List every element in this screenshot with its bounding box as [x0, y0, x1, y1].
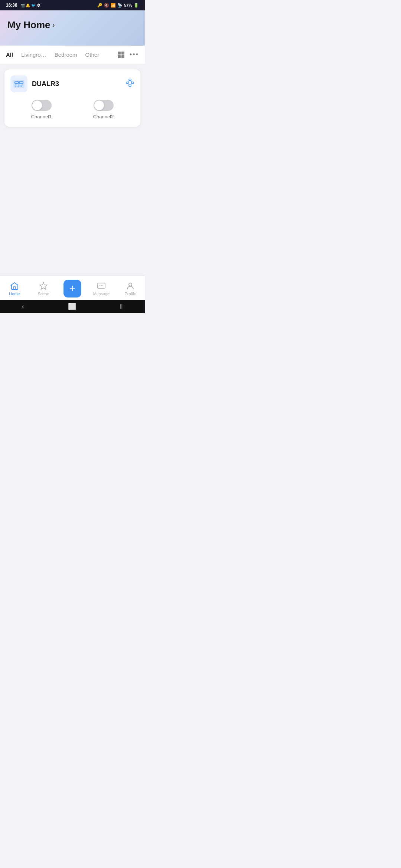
svg-point-22: [102, 285, 103, 286]
svg-line-16: [130, 83, 133, 85]
wifi-icon: 📶: [111, 3, 116, 8]
notification-icons: 📷 🔔 🐦 ⏱: [20, 3, 40, 7]
key-icon: 🔑: [97, 3, 102, 8]
device-icon-box: [10, 75, 27, 92]
svg-rect-17: [13, 287, 16, 289]
svg-marker-18: [40, 282, 47, 289]
nav-message[interactable]: Message: [90, 282, 113, 296]
nav-add[interactable]: +: [61, 280, 84, 297]
device-header: DUALR3: [10, 75, 134, 92]
channel2-toggle[interactable]: [94, 100, 114, 111]
time-display: 16:38: [6, 3, 17, 8]
nav-home-label: Home: [9, 292, 20, 296]
home-title-row[interactable]: My Home ›: [7, 19, 137, 31]
tab-bar: All Livingro… Bedroom Other •••: [0, 46, 145, 64]
svg-point-8: [21, 86, 22, 86]
channel1-toggle[interactable]: [32, 100, 52, 111]
bottom-nav: Home Scene + Message Profile: [0, 276, 145, 300]
main-content: All Livingro… Bedroom Other •••: [0, 46, 145, 276]
channel1-label: Channel1: [31, 114, 52, 119]
device-info: DUALR3: [10, 75, 59, 92]
channel1-item: Channel1: [31, 100, 52, 119]
svg-rect-11: [131, 82, 134, 83]
nav-scene[interactable]: Scene: [32, 282, 55, 296]
device-network-icon[interactable]: [125, 78, 134, 89]
svg-line-15: [127, 83, 130, 85]
svg-point-21: [101, 285, 102, 286]
svg-point-4: [15, 86, 16, 86]
channel2-label: Channel2: [93, 114, 114, 119]
channels-row: Channel1 Channel2: [10, 98, 134, 121]
svg-point-5: [17, 86, 17, 86]
status-right: 🔑 🔇 📶 📡 57% 🔋: [97, 3, 139, 8]
scene-icon: [39, 282, 48, 290]
nav-profile[interactable]: Profile: [119, 282, 141, 296]
battery-icon: 🔋: [134, 3, 139, 8]
svg-rect-9: [129, 79, 131, 80]
tab-all[interactable]: All: [6, 52, 13, 58]
svg-point-7: [20, 86, 20, 86]
channel2-item: Channel2: [93, 100, 114, 119]
header-area: My Home ›: [0, 10, 145, 46]
tab-other[interactable]: Other: [85, 52, 100, 58]
grid-view-icon[interactable]: [118, 52, 124, 58]
battery-display: 57%: [124, 3, 132, 7]
profile-icon: [126, 282, 135, 290]
mute-icon: 🔇: [104, 3, 109, 8]
home-title-chevron: ›: [53, 21, 55, 29]
tab-actions: •••: [118, 51, 139, 59]
svg-point-20: [100, 285, 100, 286]
nav-profile-label: Profile: [124, 292, 136, 296]
system-nav: ‹ ⬜ ⦀: [0, 300, 145, 313]
status-left: 16:38 📷 🔔 🐦 ⏱: [6, 3, 40, 8]
nav-scene-label: Scene: [38, 292, 49, 296]
svg-line-13: [127, 80, 130, 82]
signal-icon: 📡: [117, 3, 123, 8]
status-bar: 16:38 📷 🔔 🐦 ⏱ 🔑 🔇 📶 📡 57% 🔋: [0, 0, 145, 10]
svg-rect-0: [14, 80, 24, 88]
message-icon: [97, 282, 106, 290]
back-button[interactable]: ‹: [22, 303, 24, 310]
nav-home[interactable]: Home: [3, 282, 26, 296]
home-button[interactable]: ⬜: [68, 302, 76, 310]
svg-point-23: [129, 283, 132, 286]
tab-livingroom[interactable]: Livingro…: [21, 52, 46, 58]
nav-message-label: Message: [93, 292, 110, 296]
more-options-icon[interactable]: •••: [130, 51, 139, 59]
add-button[interactable]: +: [63, 280, 81, 297]
tab-bedroom[interactable]: Bedroom: [55, 52, 77, 58]
svg-rect-10: [126, 82, 128, 83]
add-icon: +: [69, 283, 75, 293]
svg-line-14: [130, 80, 133, 82]
home-icon: [10, 282, 19, 290]
device-card-dualr3: DUALR3 Channel1: [4, 69, 140, 127]
device-name: DUALR3: [32, 80, 59, 88]
svg-rect-12: [129, 85, 131, 86]
home-title-text: My Home: [7, 19, 50, 31]
device-icon-svg: [13, 78, 25, 90]
svg-point-6: [18, 86, 19, 86]
recents-button[interactable]: ⦀: [120, 303, 123, 310]
